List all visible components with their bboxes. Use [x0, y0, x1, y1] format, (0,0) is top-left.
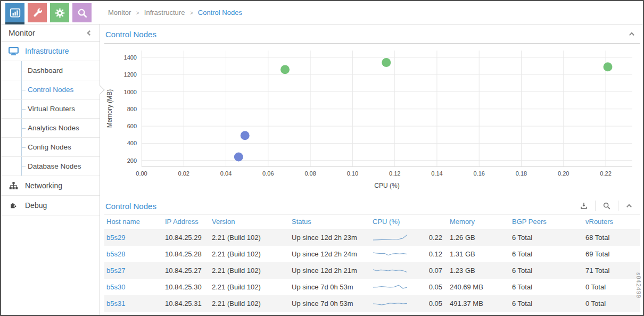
column-header-status[interactable]: Status: [292, 218, 373, 226]
panel-collapse-button[interactable]: [628, 31, 635, 38]
memory-cell: 1.26 GB: [450, 234, 512, 242]
sidebar-item-debug[interactable]: Debug: [1, 196, 100, 215]
scatter-chart-svg: 0.000.020.040.060.080.100.120.140.160.18…: [104, 46, 637, 191]
sidebar-item-dashboard[interactable]: Dashboard: [1, 61, 100, 80]
table-toolbar: [573, 201, 640, 211]
column-header-memory[interactable]: Memory: [450, 218, 512, 226]
monitor-tab-button[interactable]: [5, 3, 24, 24]
host-link[interactable]: b5s28: [106, 250, 165, 258]
cpu-cell: 0.05: [373, 300, 450, 308]
bar-chart-icon: [10, 7, 21, 19]
host-link[interactable]: b5s30: [106, 283, 165, 291]
table-title: Control Nodes: [104, 202, 573, 211]
scatter-point-b5s29[interactable]: [604, 62, 613, 71]
column-header-cpu-[interactable]: CPU (%): [373, 218, 450, 226]
vrouters-cell: 68 Total: [585, 234, 640, 242]
svg-text:800: 800: [127, 106, 137, 112]
breadcrumb-separator: >: [189, 10, 193, 16]
sidebar-collapse-button[interactable]: [86, 29, 93, 37]
column-header-bgp-peers[interactable]: BGP Peers: [512, 218, 585, 226]
sidebar-item-analytics-nodes[interactable]: Analytics Nodes: [1, 119, 100, 138]
ip-address-cell: 10.84.25.28: [165, 250, 212, 258]
wrench-icon: [32, 7, 43, 19]
version-cell: 2.21 (Build 102): [212, 250, 292, 258]
table-row[interactable]: b5s2910.84.25.292.21 (Build 102)Up since…: [104, 229, 640, 246]
table-body: b5s2910.84.25.292.21 (Build 102)Up since…: [104, 229, 640, 312]
svg-text:0.00: 0.00: [136, 170, 147, 177]
memory-cell: 1.23 GB: [450, 267, 512, 275]
sidebar-item-virtual-routers[interactable]: Virtual Routers: [1, 99, 100, 119]
sidebar-item-control-nodes[interactable]: Control Nodes: [1, 80, 100, 99]
bgp-peers-cell: 6 Total: [512, 250, 585, 258]
svg-text:CPU (%): CPU (%): [374, 182, 399, 189]
status-cell: Up since 12d 2h 23m: [292, 234, 373, 242]
cpu-memory-scatter-chart: 0.000.020.040.060.080.100.120.140.160.18…: [104, 46, 643, 193]
sidebar-item-config-nodes[interactable]: Config Nodes: [1, 138, 100, 157]
settings-tab-button[interactable]: [50, 3, 69, 22]
cpu-value: 0.12: [408, 250, 450, 258]
table-search-button[interactable]: [595, 201, 618, 211]
sitemap-icon: [8, 181, 19, 190]
page-title: Control Nodes: [105, 30, 156, 39]
bgp-peers-cell: 6 Total: [512, 300, 585, 307]
bgp-peers-cell: 6 Total: [512, 283, 585, 291]
table-collapse-button[interactable]: [618, 201, 640, 211]
scatter-point-b5s28[interactable]: [382, 58, 391, 67]
vrouters-cell: 0 Total: [585, 283, 640, 291]
sidebar-subitem-label: Control Nodes: [28, 86, 73, 94]
chevron-up-icon: [628, 31, 635, 38]
cpu-value: 0.22: [408, 234, 450, 242]
vrouters-cell: 0 Total: [585, 300, 640, 307]
ip-address-cell: 10.84.25.31: [165, 300, 212, 307]
status-cell: Up since 7d 0h 53m: [292, 283, 373, 291]
column-header-vrouters[interactable]: vRouters: [585, 218, 640, 226]
sidebar-items: InfrastructureDashboardControl NodesVirt…: [1, 41, 100, 215]
cpu-cell: 0.07: [373, 267, 450, 275]
chevron-left-icon: [86, 29, 93, 37]
svg-text:0.16: 0.16: [474, 170, 485, 177]
table-row[interactable]: b5s3010.84.25.302.21 (Build 102)Up since…: [104, 279, 640, 295]
svg-text:0.14: 0.14: [431, 170, 442, 177]
query-tab-button[interactable]: [72, 3, 92, 22]
memory-cell: 240.69 MB: [450, 283, 512, 291]
svg-text:400: 400: [127, 140, 137, 146]
breadcrumb-item-control-nodes[interactable]: Control Nodes: [198, 9, 242, 16]
sidebar-item-label: Infrastructure: [25, 47, 69, 55]
ip-address-cell: 10.84.25.30: [165, 283, 212, 291]
version-cell: 2.21 (Build 102): [212, 283, 292, 291]
breadcrumb-item-monitor[interactable]: Monitor: [108, 9, 131, 16]
sidebar-item-infrastructure[interactable]: Infrastructure: [1, 41, 100, 61]
configure-tab-button[interactable]: [28, 3, 47, 22]
scatter-point-b5s30[interactable]: [234, 153, 243, 162]
sidebar-item-networking[interactable]: Networking: [1, 176, 100, 196]
column-header-ip-address[interactable]: IP Address: [165, 218, 212, 226]
host-link[interactable]: b5s31: [106, 300, 165, 307]
scatter-point-b5s27[interactable]: [280, 65, 290, 74]
table-row[interactable]: b5s3110.84.25.312.21 (Build 102)Up since…: [104, 295, 640, 312]
cpu-cell: 0.05: [373, 283, 450, 292]
cpu-value: 0.07: [408, 267, 450, 275]
breadcrumb-item-infrastructure[interactable]: Infrastructure: [144, 9, 185, 16]
svg-text:0.02: 0.02: [178, 170, 189, 177]
memory-cell: 1.31 GB: [450, 250, 512, 258]
scatter-point-b5s31[interactable]: [241, 131, 250, 140]
sidebar-subitem-label: Dashboard: [28, 66, 63, 74]
host-link[interactable]: b5s27: [106, 267, 165, 275]
table-row[interactable]: b5s2810.84.25.282.21 (Build 102)Up since…: [104, 246, 640, 262]
ip-address-cell: 10.84.25.27: [165, 267, 212, 275]
status-cell: Up since 12d 2h 24m: [292, 250, 373, 258]
column-header-host-name[interactable]: Host name: [106, 218, 165, 226]
svg-text:0.12: 0.12: [389, 170, 400, 177]
cpu-sparkline: [373, 283, 408, 292]
sidebar-sublist: DashboardControl NodesVirtual RoutersAna…: [1, 61, 100, 176]
column-header-version[interactable]: Version: [212, 218, 292, 226]
sidebar-item-database-nodes[interactable]: Database Nodes: [1, 157, 100, 176]
breadcrumb-separator: >: [136, 10, 139, 16]
sidebar-subitem-label: Config Nodes: [28, 143, 71, 151]
table-row[interactable]: b5s2710.84.25.272.21 (Build 102)Up since…: [104, 262, 640, 279]
download-button[interactable]: [573, 201, 595, 211]
svg-text:0.08: 0.08: [304, 170, 316, 177]
host-link[interactable]: b5s29: [106, 234, 165, 242]
status-cell: Up since 7d 0h 53m: [292, 300, 373, 307]
ip-address-cell: 10.84.25.29: [165, 234, 212, 242]
